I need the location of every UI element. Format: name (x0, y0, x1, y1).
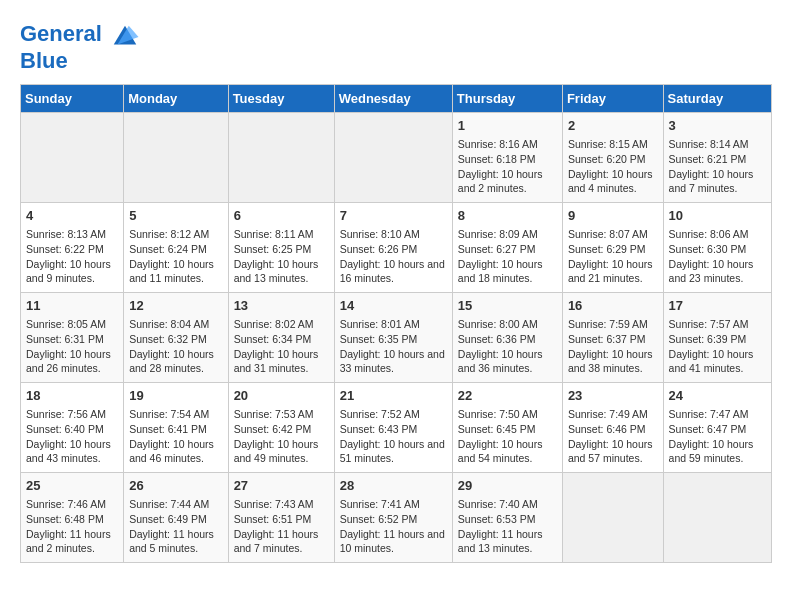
sunrise-text: Sunrise: 7:56 AM (26, 408, 106, 420)
daylight-text: Daylight: 10 hours and 59 minutes. (669, 438, 754, 465)
calendar-week-row: 11Sunrise: 8:05 AMSunset: 6:31 PMDayligh… (21, 293, 772, 383)
calendar-cell: 22Sunrise: 7:50 AMSunset: 6:45 PMDayligh… (452, 383, 562, 473)
sunset-text: Sunset: 6:30 PM (669, 243, 747, 255)
daylight-text: Daylight: 10 hours and 26 minutes. (26, 348, 111, 375)
calendar-cell: 9Sunrise: 8:07 AMSunset: 6:29 PMDaylight… (562, 203, 663, 293)
sunrise-text: Sunrise: 8:02 AM (234, 318, 314, 330)
sunset-text: Sunset: 6:45 PM (458, 423, 536, 435)
sunrise-text: Sunrise: 8:05 AM (26, 318, 106, 330)
calendar-cell: 20Sunrise: 7:53 AMSunset: 6:42 PMDayligh… (228, 383, 334, 473)
calendar-cell (334, 113, 452, 203)
day-number: 28 (340, 477, 447, 495)
daylight-text: Daylight: 10 hours and 38 minutes. (568, 348, 653, 375)
sunset-text: Sunset: 6:22 PM (26, 243, 104, 255)
daylight-text: Daylight: 10 hours and 49 minutes. (234, 438, 319, 465)
day-number: 12 (129, 297, 222, 315)
sunset-text: Sunset: 6:42 PM (234, 423, 312, 435)
calendar-cell: 7Sunrise: 8:10 AMSunset: 6:26 PMDaylight… (334, 203, 452, 293)
sunrise-text: Sunrise: 7:57 AM (669, 318, 749, 330)
daylight-text: Daylight: 10 hours and 57 minutes. (568, 438, 653, 465)
day-number: 8 (458, 207, 557, 225)
sunset-text: Sunset: 6:52 PM (340, 513, 418, 525)
sunrise-text: Sunrise: 8:07 AM (568, 228, 648, 240)
sunrise-text: Sunrise: 7:49 AM (568, 408, 648, 420)
calendar-cell: 14Sunrise: 8:01 AMSunset: 6:35 PMDayligh… (334, 293, 452, 383)
sunset-text: Sunset: 6:35 PM (340, 333, 418, 345)
calendar-cell: 2Sunrise: 8:15 AMSunset: 6:20 PMDaylight… (562, 113, 663, 203)
day-number: 20 (234, 387, 329, 405)
sunrise-text: Sunrise: 8:06 AM (669, 228, 749, 240)
daylight-text: Daylight: 10 hours and 18 minutes. (458, 258, 543, 285)
daylight-text: Daylight: 10 hours and 41 minutes. (669, 348, 754, 375)
weekday-header: Saturday (663, 85, 771, 113)
day-number: 26 (129, 477, 222, 495)
sunrise-text: Sunrise: 8:13 AM (26, 228, 106, 240)
day-number: 7 (340, 207, 447, 225)
day-number: 29 (458, 477, 557, 495)
calendar-cell: 16Sunrise: 7:59 AMSunset: 6:37 PMDayligh… (562, 293, 663, 383)
day-number: 14 (340, 297, 447, 315)
weekday-header: Wednesday (334, 85, 452, 113)
daylight-text: Daylight: 10 hours and 4 minutes. (568, 168, 653, 195)
day-number: 6 (234, 207, 329, 225)
day-number: 27 (234, 477, 329, 495)
day-number: 3 (669, 117, 766, 135)
sunset-text: Sunset: 6:31 PM (26, 333, 104, 345)
day-number: 19 (129, 387, 222, 405)
sunrise-text: Sunrise: 7:50 AM (458, 408, 538, 420)
day-number: 10 (669, 207, 766, 225)
weekday-header-row: SundayMondayTuesdayWednesdayThursdayFrid… (21, 85, 772, 113)
sunset-text: Sunset: 6:27 PM (458, 243, 536, 255)
sunrise-text: Sunrise: 8:12 AM (129, 228, 209, 240)
day-number: 22 (458, 387, 557, 405)
day-number: 21 (340, 387, 447, 405)
sunset-text: Sunset: 6:48 PM (26, 513, 104, 525)
daylight-text: Daylight: 10 hours and 33 minutes. (340, 348, 445, 375)
daylight-text: Daylight: 10 hours and 23 minutes. (669, 258, 754, 285)
sunset-text: Sunset: 6:43 PM (340, 423, 418, 435)
calendar-week-row: 1Sunrise: 8:16 AMSunset: 6:18 PMDaylight… (21, 113, 772, 203)
sunset-text: Sunset: 6:24 PM (129, 243, 207, 255)
sunrise-text: Sunrise: 8:01 AM (340, 318, 420, 330)
daylight-text: Daylight: 10 hours and 36 minutes. (458, 348, 543, 375)
calendar-cell: 5Sunrise: 8:12 AMSunset: 6:24 PMDaylight… (124, 203, 228, 293)
sunset-text: Sunset: 6:51 PM (234, 513, 312, 525)
calendar-cell: 18Sunrise: 7:56 AMSunset: 6:40 PMDayligh… (21, 383, 124, 473)
sunset-text: Sunset: 6:39 PM (669, 333, 747, 345)
day-number: 25 (26, 477, 118, 495)
day-number: 24 (669, 387, 766, 405)
sunrise-text: Sunrise: 7:59 AM (568, 318, 648, 330)
calendar-cell: 27Sunrise: 7:43 AMSunset: 6:51 PMDayligh… (228, 473, 334, 563)
daylight-text: Daylight: 10 hours and 51 minutes. (340, 438, 445, 465)
weekday-header: Monday (124, 85, 228, 113)
sunrise-text: Sunrise: 8:15 AM (568, 138, 648, 150)
sunset-text: Sunset: 6:46 PM (568, 423, 646, 435)
daylight-text: Daylight: 10 hours and 21 minutes. (568, 258, 653, 285)
sunset-text: Sunset: 6:21 PM (669, 153, 747, 165)
sunrise-text: Sunrise: 7:53 AM (234, 408, 314, 420)
sunset-text: Sunset: 6:47 PM (669, 423, 747, 435)
sunset-text: Sunset: 6:20 PM (568, 153, 646, 165)
sunset-text: Sunset: 6:40 PM (26, 423, 104, 435)
sunset-text: Sunset: 6:41 PM (129, 423, 207, 435)
page-header: General Blue (20, 20, 772, 74)
calendar-cell: 25Sunrise: 7:46 AMSunset: 6:48 PMDayligh… (21, 473, 124, 563)
sunset-text: Sunset: 6:36 PM (458, 333, 536, 345)
calendar-cell: 17Sunrise: 7:57 AMSunset: 6:39 PMDayligh… (663, 293, 771, 383)
weekday-header: Sunday (21, 85, 124, 113)
sunrise-text: Sunrise: 8:00 AM (458, 318, 538, 330)
daylight-text: Daylight: 11 hours and 13 minutes. (458, 528, 543, 555)
sunrise-text: Sunrise: 7:40 AM (458, 498, 538, 510)
sunset-text: Sunset: 6:26 PM (340, 243, 418, 255)
calendar-cell: 6Sunrise: 8:11 AMSunset: 6:25 PMDaylight… (228, 203, 334, 293)
day-number: 4 (26, 207, 118, 225)
daylight-text: Daylight: 10 hours and 9 minutes. (26, 258, 111, 285)
calendar-cell: 29Sunrise: 7:40 AMSunset: 6:53 PMDayligh… (452, 473, 562, 563)
calendar-cell (562, 473, 663, 563)
sunrise-text: Sunrise: 7:54 AM (129, 408, 209, 420)
calendar-cell: 21Sunrise: 7:52 AMSunset: 6:43 PMDayligh… (334, 383, 452, 473)
calendar-cell: 3Sunrise: 8:14 AMSunset: 6:21 PMDaylight… (663, 113, 771, 203)
calendar-week-row: 18Sunrise: 7:56 AMSunset: 6:40 PMDayligh… (21, 383, 772, 473)
daylight-text: Daylight: 10 hours and 7 minutes. (669, 168, 754, 195)
calendar-cell: 24Sunrise: 7:47 AMSunset: 6:47 PMDayligh… (663, 383, 771, 473)
